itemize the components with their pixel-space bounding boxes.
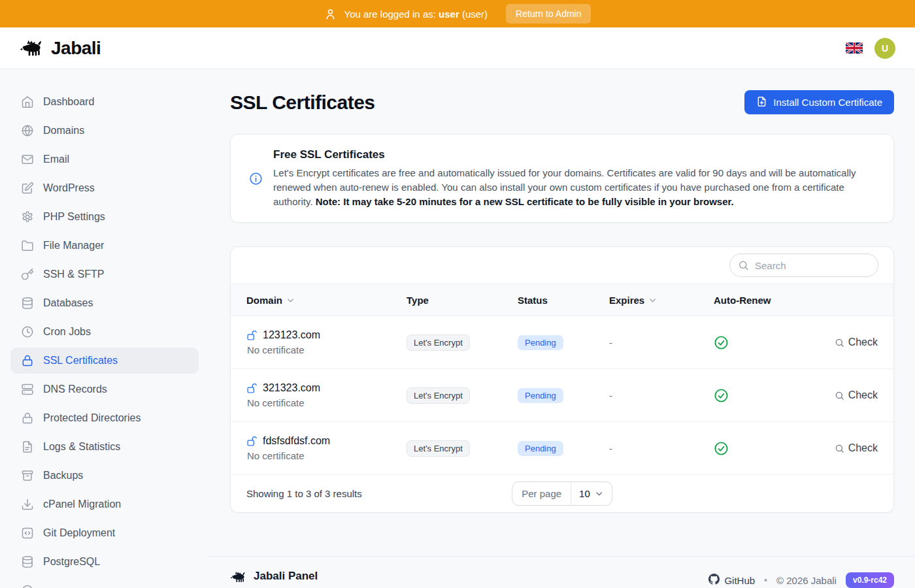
sidebar-item-protected-directories[interactable]: Protected Directories bbox=[10, 405, 199, 431]
clock-icon bbox=[21, 325, 34, 338]
column-label: Domain bbox=[246, 295, 282, 306]
chevron-down-icon bbox=[286, 295, 295, 305]
github-icon bbox=[708, 574, 720, 587]
brand-logo[interactable]: Jabali bbox=[20, 37, 101, 59]
certificate-row: fdsfsdfdsf.comNo certificateLet's Encryp… bbox=[231, 422, 893, 475]
sidebar-item-wordpress[interactable]: WordPress bbox=[10, 175, 199, 201]
sidebar-item-label: Dashboard bbox=[43, 96, 94, 108]
column-header-status: Status bbox=[518, 295, 609, 306]
search-input[interactable] bbox=[729, 253, 878, 277]
database-icon bbox=[21, 297, 34, 310]
search-icon bbox=[835, 391, 844, 400]
server-icon bbox=[21, 383, 34, 396]
sidebar-item-domains[interactable]: Domains bbox=[10, 118, 199, 144]
sidebar: DashboardDomainsEmailWordPressPHP Settin… bbox=[0, 69, 209, 588]
install-button-label: Install Custom Certificate bbox=[773, 97, 882, 108]
type-cell: Let's Encrypt bbox=[407, 387, 518, 404]
status-badge: Pending bbox=[518, 441, 563, 456]
user-avatar[interactable]: U bbox=[874, 38, 895, 59]
certificate-row: 123123.comNo certificateLet's EncryptPen… bbox=[231, 316, 893, 369]
sidebar-item-label: SSL Certificates bbox=[43, 355, 118, 367]
gear-icon bbox=[21, 210, 34, 223]
column-header-type: Type bbox=[407, 295, 518, 306]
sidebar-item-email[interactable]: Email bbox=[10, 146, 199, 172]
sidebar-item-postgresql[interactable]: PostgreSQL bbox=[10, 549, 199, 575]
lock-open-icon bbox=[246, 383, 258, 394]
check-circle-icon[interactable] bbox=[714, 388, 729, 403]
sidebar-item-ssh-sftp[interactable]: SSH & SFTP bbox=[10, 261, 199, 287]
sidebar-item-dashboard[interactable]: Dashboard bbox=[10, 89, 199, 115]
sidebar-item-label: Email bbox=[43, 154, 69, 165]
check-certificate-button[interactable]: Check bbox=[835, 442, 878, 454]
impersonation-text: You are logged in as: user (user) bbox=[344, 8, 488, 20]
column-header-domain[interactable]: Domain bbox=[246, 295, 407, 306]
install-custom-certificate-button[interactable]: Install Custom Certificate bbox=[744, 90, 894, 114]
sidebar-item-dns-records[interactable]: DNS Records bbox=[10, 376, 199, 402]
per-page-select[interactable]: Per page 10 bbox=[512, 482, 612, 506]
impersonation-username: user bbox=[439, 8, 459, 20]
check-label: Check bbox=[848, 442, 878, 454]
status-cell: Pending bbox=[518, 388, 609, 403]
check-circle-icon[interactable] bbox=[714, 441, 729, 456]
check-circle-icon[interactable] bbox=[714, 335, 729, 350]
sidebar-item-label: Git Deployment bbox=[43, 527, 115, 539]
search-icon bbox=[835, 338, 844, 348]
auto-renew-cell bbox=[714, 388, 825, 403]
github-link[interactable]: GitHub bbox=[708, 574, 755, 587]
sidebar-item-label: PostgreSQL bbox=[43, 556, 100, 568]
column-label: Expires bbox=[609, 295, 644, 306]
key-icon bbox=[21, 268, 34, 281]
sidebar-item-label: DNS Records bbox=[43, 384, 107, 395]
sidebar-item-databases[interactable]: Databases bbox=[10, 290, 199, 316]
chevron-down-icon bbox=[594, 489, 604, 498]
info-icon bbox=[249, 172, 263, 186]
domain-cell: 123123.comNo certificate bbox=[246, 329, 407, 355]
search-icon bbox=[835, 444, 844, 453]
status-badge: Pending bbox=[518, 335, 563, 350]
page-title: SSL Certificates bbox=[230, 91, 375, 114]
globe-icon bbox=[21, 124, 34, 137]
archive-icon bbox=[21, 469, 34, 482]
database-icon bbox=[21, 555, 34, 568]
check-certificate-button[interactable]: Check bbox=[835, 336, 878, 348]
sidebar-item-label: cPanel Migration bbox=[43, 498, 121, 510]
return-to-admin-button[interactable]: Return to Admin bbox=[506, 4, 591, 24]
sidebar-item-partial[interactable] bbox=[10, 578, 199, 588]
column-header-expires[interactable]: Expires bbox=[609, 295, 714, 306]
domain-name: 123123.com bbox=[263, 329, 320, 341]
footer-separator: • bbox=[764, 575, 767, 585]
language-flag-uk[interactable] bbox=[846, 42, 863, 54]
sidebar-item-ssl-certificates[interactable]: SSL Certificates bbox=[10, 348, 199, 374]
sidebar-item-git-deployment[interactable]: Git Deployment bbox=[10, 520, 199, 546]
info-note-text: Note: It may take 5-20 minutes for a new… bbox=[316, 196, 734, 207]
brand-name: Jabali bbox=[51, 38, 101, 59]
expires-cell: - bbox=[609, 390, 714, 401]
ssl-info-card: Free SSL Certificates Let's Encrypt cert… bbox=[230, 134, 894, 223]
sidebar-item-cpanel-migration[interactable]: cPanel Migration bbox=[10, 491, 199, 517]
version-badge[interactable]: v0.9-rc42 bbox=[846, 572, 894, 588]
sidebar-item-label: Logs & Statistics bbox=[43, 441, 120, 453]
type-badge: Let's Encrypt bbox=[407, 440, 470, 457]
sidebar-item-cron-jobs[interactable]: Cron Jobs bbox=[10, 319, 199, 345]
column-header-auto-renew: Auto-Renew bbox=[714, 295, 825, 306]
info-body: Let's Encrypt certificates are free and … bbox=[273, 166, 875, 208]
type-cell: Let's Encrypt bbox=[407, 335, 518, 351]
status-badge: Pending bbox=[518, 388, 563, 403]
sidebar-item-logs-statistics[interactable]: Logs & Statistics bbox=[10, 434, 199, 460]
certificate-note: No certificate bbox=[247, 344, 407, 355]
lock-open-icon bbox=[246, 436, 258, 447]
lock-icon bbox=[21, 354, 34, 367]
column-label: Auto-Renew bbox=[714, 295, 771, 306]
sidebar-item-label: WordPress bbox=[43, 182, 95, 194]
sidebar-item-file-manager[interactable]: File Manager bbox=[10, 233, 199, 259]
impersonation-prefix: You are logged in as: bbox=[344, 8, 436, 20]
sidebar-item-php-settings[interactable]: PHP Settings bbox=[10, 204, 199, 230]
auto-renew-cell bbox=[714, 441, 825, 456]
check-certificate-button[interactable]: Check bbox=[835, 389, 878, 401]
column-label: Type bbox=[407, 295, 429, 306]
circle-icon bbox=[21, 584, 34, 588]
boar-logo-icon bbox=[20, 37, 44, 59]
search-icon bbox=[738, 260, 749, 271]
sidebar-item-backups[interactable]: Backups bbox=[10, 463, 199, 489]
sidebar-item-label: PHP Settings bbox=[43, 211, 105, 223]
